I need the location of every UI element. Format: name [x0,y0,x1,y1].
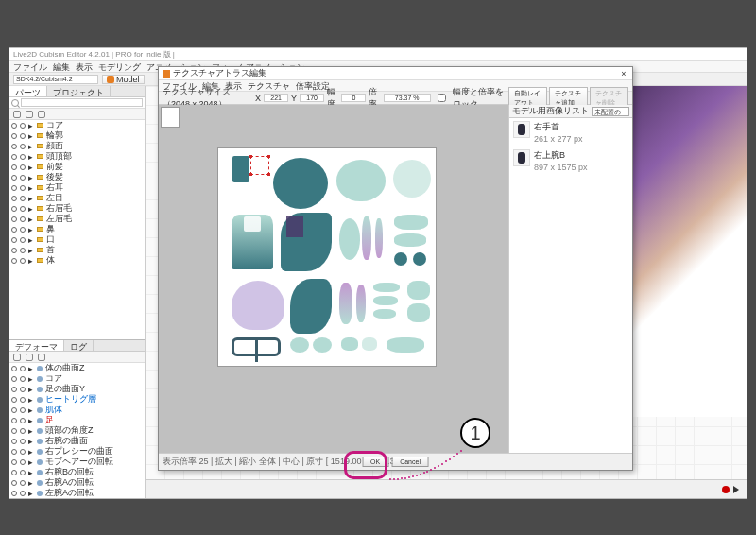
lock-toggle[interactable] [20,491,26,496]
vis-toggle[interactable] [11,227,17,233]
vis-toggle[interactable] [11,418,17,423]
list-item[interactable]: 右手首261 x 277 px [509,118,632,147]
lock-toggle[interactable] [20,196,26,201]
menu-item[interactable]: モデリング [98,61,141,72]
part-shape[interactable] [341,337,358,351]
vis-toggle[interactable] [11,123,17,129]
lock-toggle[interactable] [20,407,26,413]
menu-item[interactable]: 倍率設定 [296,80,330,91]
vis-toggle[interactable] [11,154,17,160]
lock-toggle[interactable] [20,376,26,382]
lock-toggle[interactable] [20,258,26,264]
vis-toggle[interactable] [11,185,17,191]
tab-parts[interactable]: パーツ [9,86,47,96]
tree-row[interactable]: ▸首 [9,245,145,255]
selection-handles[interactable] [250,156,269,175]
tree-row[interactable]: ▸輪郭 [9,130,145,141]
lock-toggle[interactable] [20,185,26,191]
vis-toggle[interactable] [11,258,17,264]
menu-item[interactable]: 編集 [53,61,70,72]
vis-toggle[interactable] [11,366,17,371]
lock-icon[interactable] [26,111,33,118]
part-shape[interactable] [232,337,281,356]
menu-item[interactable]: テクスチャ [248,80,290,91]
vis-toggle[interactable] [11,144,17,149]
list-item[interactable]: 右上腕B897 x 1575 px [509,147,632,175]
vis-icon[interactable] [13,354,21,361]
list-filter-select[interactable]: 未配置のみ [592,107,629,116]
record-icon[interactable] [722,486,730,493]
vis-toggle[interactable] [11,133,17,139]
tree-row[interactable]: ▸頭頂部 [9,151,145,162]
model-button[interactable]: Model [102,75,145,84]
vis-toggle[interactable] [11,480,17,486]
search-input[interactable] [21,98,143,107]
parts-tree[interactable]: ▸コア▸輪郭▸顔面▸頭頂部▸前髪▸後髪▸右耳▸左目▸右眉毛▸左眉毛▸鼻▸口▸首▸… [9,120,145,339]
part-shape[interactable] [362,337,377,351]
tree-row[interactable]: ▸体の曲面Z [9,363,145,373]
vis-toggle[interactable] [11,470,17,475]
part-shape[interactable] [394,233,426,247]
x-input[interactable] [264,94,288,102]
part-shape[interactable] [373,296,398,305]
part-shape[interactable] [407,281,430,300]
lock-icon[interactable] [26,354,33,361]
lock-checkbox[interactable] [434,94,451,102]
lock-toggle[interactable] [20,206,26,212]
part-shape[interactable] [339,218,360,260]
part-shape[interactable] [394,252,407,266]
part-shape[interactable] [313,337,332,353]
w-input[interactable] [341,94,366,102]
lock-toggle[interactable] [20,449,26,455]
atlas-pane[interactable] [159,105,509,453]
tab-log[interactable]: ログ [64,340,94,351]
part-shape[interactable] [232,281,284,330]
lock-toggle[interactable] [20,175,26,181]
lock-toggle[interactable] [20,144,26,149]
part-shape[interactable] [393,160,431,198]
vis-toggle[interactable] [11,175,17,181]
menu-item[interactable]: 表示 [76,61,93,72]
tree-row[interactable]: ▸左腕Aの回転 [9,488,145,498]
opt-icon[interactable] [38,354,45,361]
lock-toggle[interactable] [20,418,26,423]
tree-row[interactable]: ▸前髪 [9,162,145,172]
ok-button[interactable]: OK [362,457,388,467]
close-icon[interactable]: × [619,69,628,78]
lock-toggle[interactable] [20,133,26,139]
part-shape[interactable] [232,156,249,182]
lock-toggle[interactable] [20,397,26,403]
vis-toggle[interactable] [11,216,17,222]
tree-row[interactable]: ▸口 [9,234,145,245]
lock-toggle[interactable] [20,164,26,170]
lock-toggle[interactable] [20,470,26,475]
tree-row[interactable]: ▸コア [9,120,145,130]
parts-tabs[interactable]: パーツ プロジェクト [9,86,145,97]
vis-toggle[interactable] [11,237,17,243]
tab-project[interactable]: プロジェクト [47,86,111,96]
play-icon[interactable] [733,486,739,493]
lock-toggle[interactable] [20,216,26,222]
part-shape[interactable] [356,285,366,322]
part-shape[interactable] [387,337,424,353]
vis-toggle[interactable] [11,387,17,392]
part-shape[interactable] [336,160,386,201]
tree-row[interactable]: ▸右眉毛 [9,203,145,214]
lock-toggle[interactable] [20,459,26,465]
cancel-button[interactable]: Cancel [391,457,429,467]
tree-row[interactable]: ▸後髪 [9,172,145,182]
vis-toggle[interactable] [11,449,17,455]
part-shape[interactable] [244,216,261,232]
lock-toggle[interactable] [20,439,26,444]
atlas-thumb[interactable] [161,107,180,128]
atlas-canvas[interactable] [217,147,437,367]
r-input[interactable] [384,94,431,102]
part-shape[interactable] [373,309,396,319]
tree-row[interactable]: ▸鼻 [9,224,145,234]
vis-toggle[interactable] [11,459,17,465]
lock-toggle[interactable] [20,154,26,160]
opt-icon[interactable] [38,111,45,118]
lock-toggle[interactable] [20,237,26,243]
part-shape[interactable] [286,216,303,237]
vis-toggle[interactable] [11,439,17,444]
